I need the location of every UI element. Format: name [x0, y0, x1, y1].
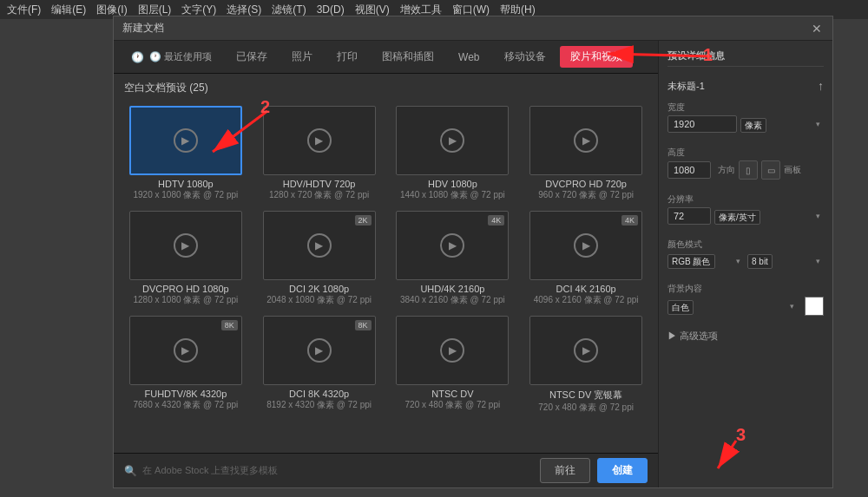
tab-print[interactable]: 打印: [326, 46, 368, 68]
preset-name: DCI 4K 2160p: [556, 284, 616, 294]
play-icon: ▶: [307, 338, 332, 363]
modal-footer: 🔍 在 Adobe Stock 上查找更多模板 前往 创建: [114, 453, 658, 487]
document-name-row: 未标题-1 ↑: [667, 79, 824, 93]
resolution-row: 分辨率 像素/英寸: [667, 193, 824, 225]
tab-recent[interactable]: 🕐 🕐 最近使用项: [121, 47, 222, 67]
preset-desc: 3840 x 2160 像素 @ 72 ppi: [400, 294, 505, 305]
resolution-unit-select[interactable]: 像素/英寸: [714, 210, 760, 225]
advanced-label: ▶ 高级选项: [667, 330, 718, 343]
preset-thumb-7: ▶4K: [396, 211, 509, 280]
new-document-dialog: 新建文档 ✕ 🕐 🕐 最近使用项 已保存 照片 打印 图稿和插图 Web 移动设…: [113, 16, 833, 488]
tab-film[interactable]: 胶片和视频: [560, 46, 633, 68]
menu-plugins[interactable]: 增效工具: [400, 3, 442, 17]
menu-view[interactable]: 视图(V): [355, 3, 390, 17]
landscape-button[interactable]: ▭: [761, 160, 780, 180]
preset-name: NTSC DV: [431, 389, 473, 399]
menu-window[interactable]: 窗口(W): [452, 3, 490, 17]
height-input[interactable]: [667, 161, 711, 179]
save-preset-icon[interactable]: ↑: [818, 79, 824, 93]
preset-card-12[interactable]: ▶NTSC DV 宽银幕720 x 480 像素 @ 72 ppi: [524, 316, 648, 413]
menu-select[interactable]: 选择(S): [227, 3, 261, 17]
preset-card-5[interactable]: ▶DVCPRO HD 1080p1280 x 1080 像素 @ 72 ppi: [124, 211, 247, 305]
preset-card-2[interactable]: ▶HDV/HDTV 720p1280 x 720 像素 @ 72 ppi: [258, 106, 381, 200]
preset-thumb-11: ▶: [396, 316, 509, 385]
document-name: 未标题-1: [667, 80, 705, 93]
width-unit-select[interactable]: 像素: [740, 118, 766, 133]
color-mode-wrap: RGB 颜色: [667, 252, 744, 269]
close-icon[interactable]: ✕: [810, 22, 824, 36]
preset-desc: 4096 x 2160 像素 @ 72 ppi: [534, 294, 639, 305]
preset-thumb-4: ▶: [529, 106, 642, 175]
tab-photo[interactable]: 照片: [281, 46, 323, 68]
play-icon: ▶: [307, 233, 332, 258]
resolution-unit-wrap: 像素/英寸: [714, 208, 824, 225]
preset-thumb-8: ▶4K: [529, 211, 642, 280]
resolution-badge: 2K: [355, 215, 372, 226]
portrait-button[interactable]: ▯: [739, 160, 758, 180]
menu-edit[interactable]: 编辑(E): [51, 3, 86, 17]
preset-desc: 8192 x 4320 像素 @ 72 ppi: [266, 399, 372, 410]
category-tabs: 🕐 🕐 最近使用项 已保存 照片 打印 图稿和插图 Web 移动设备 胶片和视频: [114, 41, 658, 74]
preset-card-10[interactable]: ▶8KDCI 8K 4320p8192 x 4320 像素 @ 72 ppi: [258, 316, 381, 413]
play-icon: ▶: [440, 128, 464, 153]
background-color-swatch[interactable]: [805, 297, 824, 316]
preset-card-6[interactable]: ▶2KDCI 2K 1080p2048 x 1080 像素 @ 72 ppi: [258, 211, 381, 305]
preset-desc: 720 x 480 像素 @ 72 ppi: [405, 399, 501, 410]
preset-card-7[interactable]: ▶4KUHD/4K 2160p3840 x 2160 像素 @ 72 ppi: [391, 211, 515, 305]
menu-help[interactable]: 帮助(H): [500, 3, 536, 17]
menu-text[interactable]: 文字(Y): [181, 3, 216, 17]
height-input-row: 方向 ▯ ▭ 画板: [667, 160, 824, 180]
prev-button[interactable]: 前往: [540, 458, 590, 483]
tab-mobile[interactable]: 移动设备: [494, 46, 556, 68]
width-input[interactable]: [667, 115, 737, 133]
play-icon: ▶: [174, 338, 198, 363]
preset-card-11[interactable]: ▶NTSC DV720 x 480 像素 @ 72 ppi: [391, 316, 515, 413]
preset-card-4[interactable]: ▶DVCPRO HD 720p960 x 720 像素 @ 72 ppi: [524, 106, 648, 200]
preset-desc: 1440 x 1080 像素 @ 72 ppi: [400, 189, 505, 200]
color-depth-select[interactable]: 8 bit: [747, 254, 773, 269]
menu-3d[interactable]: 3D(D): [317, 3, 345, 16]
advanced-options-toggle[interactable]: ▶ 高级选项: [667, 330, 824, 343]
preset-thumb-5: ▶: [129, 211, 242, 280]
resolution-input-row: 像素/英寸: [667, 207, 824, 225]
background-label: 背景内容: [667, 283, 824, 295]
color-mode-select[interactable]: RGB 颜色: [667, 254, 715, 269]
preset-name: DVCPRO HD 1080p: [142, 284, 229, 294]
play-icon: ▶: [440, 233, 464, 258]
resolution-input[interactable]: [667, 207, 711, 225]
color-mode-label: 颜色模式: [667, 239, 824, 251]
menu-image[interactable]: 图像(I): [96, 3, 127, 17]
preset-card-1[interactable]: ▶HDTV 1080p1920 x 1080 像素 @ 72 ppi: [124, 106, 247, 200]
preset-thumb-2: ▶: [263, 106, 376, 175]
height-label: 高度: [667, 147, 824, 159]
settings-panel: 预设详细信息 未标题-1 ↑ 宽度 像素 高度: [659, 41, 832, 487]
preset-desc: 2048 x 1080 像素 @ 72 ppi: [266, 294, 372, 305]
menu-filter[interactable]: 滤镜(T): [272, 3, 306, 17]
play-icon: ▶: [574, 128, 598, 153]
modal-left-panel: 🕐 🕐 最近使用项 已保存 照片 打印 图稿和插图 Web 移动设备 胶片和视频…: [114, 41, 659, 487]
modal-titlebar: 新建文档 ✕: [114, 16, 832, 41]
preset-thumb-10: ▶8K: [263, 316, 376, 385]
menu-file[interactable]: 文件(F): [7, 3, 41, 17]
preset-name: DVCPRO HD 720p: [545, 179, 627, 189]
preset-card-8[interactable]: ▶4KDCI 4K 2160p4096 x 2160 像素 @ 72 ppi: [524, 211, 648, 305]
preset-card-3[interactable]: ▶HDV 1080p1440 x 1080 像素 @ 72 ppi: [391, 106, 515, 200]
preset-name: NTSC DV 宽银幕: [549, 389, 622, 402]
resolution-badge: 4K: [488, 215, 504, 226]
tab-artwork[interactable]: 图稿和插图: [372, 46, 444, 68]
width-label: 宽度: [667, 101, 824, 114]
tab-web[interactable]: Web: [448, 48, 490, 67]
background-select[interactable]: 白色: [667, 300, 694, 315]
search-box: 🔍 在 Adobe Stock 上查找更多模板: [124, 464, 533, 477]
create-button[interactable]: 创建: [597, 458, 648, 483]
tab-saved[interactable]: 已保存: [226, 46, 278, 68]
resolution-badge: 4K: [621, 215, 638, 226]
preset-name: HDTV 1080p: [158, 179, 214, 189]
presets-grid: ▶HDTV 1080p1920 x 1080 像素 @ 72 ppi▶HDV/H…: [124, 106, 648, 413]
preset-desc: 960 x 720 像素 @ 72 ppi: [538, 189, 634, 200]
settings-title: 预设详细信息: [667, 49, 824, 67]
menu-layer[interactable]: 图层(L): [138, 3, 172, 17]
preset-card-9[interactable]: ▶8KFUHDTV/8K 4320p7680 x 4320 像素 @ 72 pp…: [124, 316, 247, 413]
color-mode-input-row: RGB 颜色 8 bit: [667, 252, 824, 269]
preset-desc: 1280 x 720 像素 @ 72 ppi: [269, 189, 369, 200]
